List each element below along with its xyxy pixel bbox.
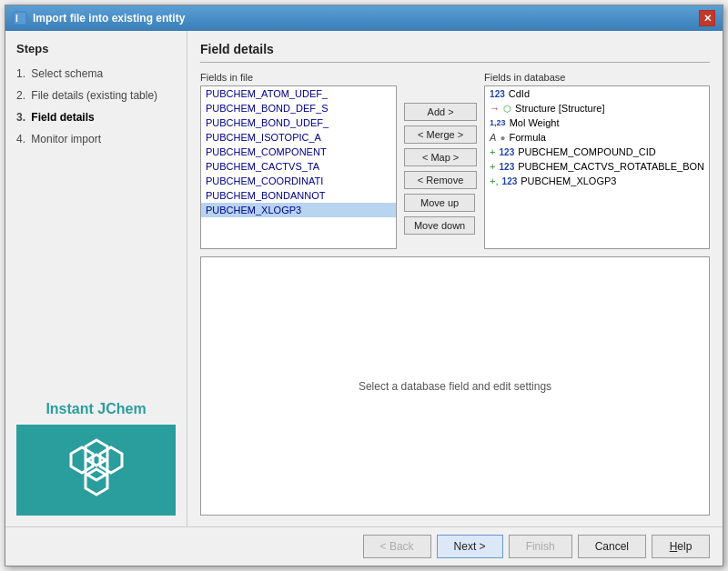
db-fields-list: 123 CdId → ⬡ Structure [Structure]: [485, 86, 709, 248]
prefix-plus: +: [490, 161, 495, 172]
prefix-plus: +,: [490, 175, 498, 186]
file-fields-panel: Fields in file PUBCHEM_ATOM_UDEF_ PUBCHE…: [200, 72, 397, 249]
main-content: Field details Fields in file PUBCHEM_ATO…: [187, 31, 723, 526]
step-1: 1. Select schema: [16, 65, 176, 83]
db-fields-label: Fields in database: [484, 72, 710, 83]
prefix-plus: +: [490, 146, 495, 157]
type-icon-123: 123: [502, 176, 518, 186]
settings-area: Select a database field and edit setting…: [200, 256, 710, 516]
step-4: 4. Monitor import: [16, 130, 176, 148]
sidebar: Steps 1. Select schema 2. File details (…: [5, 31, 187, 526]
next-button[interactable]: Next >: [437, 535, 503, 558]
list-item[interactable]: PUBCHEM_BOND_DEF_S: [201, 101, 396, 115]
svg-marker-4: [86, 469, 107, 495]
db-fields-scrollbar: ◀ ▶: [485, 248, 709, 249]
settings-placeholder: Select a database field and edit setting…: [359, 380, 551, 393]
arrow-icon: →: [490, 103, 500, 114]
type-icon-123: 123: [500, 162, 515, 172]
section-title: Field details: [200, 42, 710, 63]
db-field-name: Structure [Structure]: [515, 103, 604, 114]
dialog-icon: I: [13, 11, 27, 25]
remove-button[interactable]: < Remove: [404, 171, 477, 189]
db-field-name: CdId: [509, 88, 530, 99]
list-item[interactable]: PUBCHEM_COMPONENT: [201, 145, 396, 159]
title-bar-left: I Import file into existing entity: [13, 11, 185, 25]
title-bar: I Import file into existing entity ✕: [5, 5, 723, 31]
file-fields-listbox[interactable]: PUBCHEM_ATOM_UDEF_ PUBCHEM_BOND_DEF_S PU…: [200, 85, 397, 249]
db-field-name: PUBCHEM_CACTVS_ROTATABLE_BON: [518, 161, 704, 172]
db-field-name: ●: [500, 133, 505, 143]
db-list-item[interactable]: + 123 PUBCHEM_COMPOUND_CID: [485, 145, 709, 159]
merge-button[interactable]: < Merge >: [404, 125, 477, 144]
back-button[interactable]: < Back: [363, 535, 431, 558]
move-up-button[interactable]: Move up: [404, 194, 475, 212]
db-list-item[interactable]: → ⬡ Structure [Structure]: [485, 101, 709, 115]
db-field-name: Formula: [509, 132, 545, 143]
logo-icon: [65, 438, 128, 502]
sidebar-bottom: Instant JChem: [16, 401, 176, 516]
type-icon-123: 123: [490, 89, 505, 99]
type-icon-a: A: [490, 132, 496, 143]
db-list-item[interactable]: +, 123 PUBCHEM_XLOGP3: [485, 174, 709, 188]
middle-buttons: Add > < Merge > < Map > < Remove Move up…: [404, 72, 477, 249]
db-field-name: Mol Weight: [510, 117, 560, 128]
db-list-item[interactable]: + 123 PUBCHEM_CACTVS_ROTATABLE_BON: [485, 159, 709, 174]
svg-text:I: I: [15, 14, 18, 24]
list-item[interactable]: PUBCHEM_COORDINATI: [201, 174, 396, 188]
list-item[interactable]: PUBCHEM_BONDANNOT: [201, 188, 396, 203]
step-3: 3. Field details: [16, 108, 176, 126]
field-details-area: Fields in file PUBCHEM_ATOM_UDEF_ PUBCHE…: [200, 72, 710, 516]
steps-title: Steps: [16, 42, 176, 55]
db-fields-listbox[interactable]: 123 CdId → ⬡ Structure [Structure]: [484, 85, 710, 249]
dialog-title: Import file into existing entity: [33, 12, 185, 25]
list-item[interactable]: PUBCHEM_ISOTOPIC_A: [201, 130, 396, 145]
db-list-item[interactable]: A ● Formula: [485, 130, 709, 145]
db-field-name: PUBCHEM_XLOGP3: [521, 175, 616, 186]
db-list-item[interactable]: 123 CdId: [485, 86, 709, 101]
type-icon-123: 1,23: [490, 118, 506, 127]
type-icon-struct: ⬡: [503, 104, 511, 114]
file-fields-scrollbar: ◀ ▶: [201, 248, 396, 249]
brand-label: Instant JChem: [46, 401, 146, 417]
close-button[interactable]: ✕: [699, 10, 715, 26]
move-down-button[interactable]: Move down: [404, 216, 475, 235]
file-fields-label: Fields in file: [200, 72, 397, 83]
list-item[interactable]: PUBCHEM_ATOM_UDEF_: [201, 86, 396, 101]
dialog-body: Steps 1. Select schema 2. File details (…: [5, 31, 723, 526]
field-panels: Fields in file PUBCHEM_ATOM_UDEF_ PUBCHE…: [200, 72, 710, 249]
map-button[interactable]: < Map >: [404, 148, 477, 166]
dialog-footer: < Back Next > Finish Cancel Help: [5, 526, 723, 566]
finish-button[interactable]: Finish: [509, 535, 572, 558]
file-fields-list: PUBCHEM_ATOM_UDEF_ PUBCHEM_BOND_DEF_S PU…: [201, 86, 396, 248]
import-dialog: I Import file into existing entity ✕ Ste…: [5, 5, 723, 566]
list-item[interactable]: PUBCHEM_CACTVS_TA: [201, 159, 396, 174]
steps-list: 1. Select schema 2. File details (existi…: [16, 65, 176, 148]
list-item[interactable]: PUBCHEM_BOND_UDEF_: [201, 115, 396, 130]
add-button[interactable]: Add >: [404, 103, 477, 121]
db-fields-panel: Fields in database 123 CdId →: [484, 72, 710, 249]
list-item[interactable]: PUBCHEM_XLOGP3: [201, 203, 396, 217]
cancel-button[interactable]: Cancel: [578, 535, 646, 558]
db-list-item[interactable]: 1,23 Mol Weight: [485, 115, 709, 130]
logo-box: [16, 425, 176, 516]
step-2: 2. File details (existing table): [16, 86, 176, 105]
db-field-name: PUBCHEM_COMPOUND_CID: [518, 146, 656, 157]
help-button[interactable]: Help: [652, 535, 710, 558]
type-icon-123: 123: [500, 147, 515, 157]
